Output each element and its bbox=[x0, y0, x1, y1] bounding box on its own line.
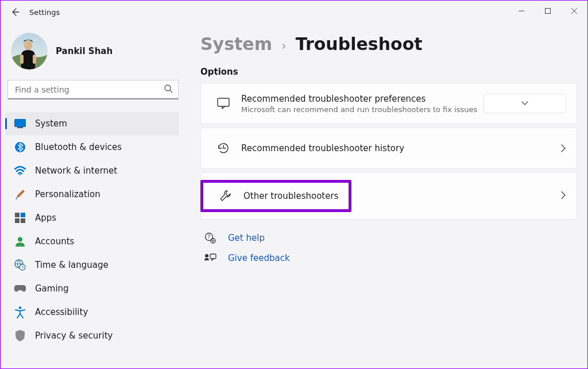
breadcrumb: System › Troubleshoot bbox=[200, 34, 577, 54]
svg-text:?: ? bbox=[208, 234, 211, 240]
card-subtitle: Microsoft can recommend and run troubles… bbox=[241, 105, 480, 114]
sidebar-item-personalization[interactable]: Personalization bbox=[5, 183, 179, 206]
svg-rect-13 bbox=[15, 213, 20, 217]
svg-rect-21 bbox=[218, 98, 229, 106]
card-troubleshooter-preferences[interactable]: Recommended troubleshooter preferences M… bbox=[200, 83, 577, 124]
window-controls bbox=[508, 1, 587, 21]
svg-point-7 bbox=[165, 85, 171, 91]
svg-rect-5 bbox=[20, 55, 24, 64]
back-arrow-icon bbox=[10, 7, 20, 17]
close-button[interactable] bbox=[561, 1, 587, 21]
svg-rect-1 bbox=[546, 9, 551, 14]
maximize-button[interactable] bbox=[535, 1, 561, 21]
svg-rect-26 bbox=[210, 254, 216, 259]
gamepad-icon bbox=[14, 283, 26, 294]
svg-rect-14 bbox=[21, 213, 25, 217]
minimize-icon bbox=[518, 7, 525, 14]
feedback-icon bbox=[204, 253, 216, 263]
help-icon: ? bbox=[204, 232, 216, 244]
sidebar-item-gaming[interactable]: Gaming bbox=[5, 277, 179, 300]
preferences-dropdown[interactable] bbox=[483, 94, 566, 113]
svg-point-25 bbox=[205, 254, 208, 257]
card-troubleshooter-history[interactable]: Recommended troubleshooter history bbox=[200, 128, 577, 169]
back-button[interactable] bbox=[6, 3, 24, 21]
avatar bbox=[11, 33, 48, 70]
give-feedback-link[interactable]: Give feedback bbox=[228, 253, 290, 263]
svg-rect-9 bbox=[15, 120, 26, 127]
svg-point-20 bbox=[19, 306, 21, 309]
sidebar-item-network[interactable]: Network & internet bbox=[5, 159, 179, 182]
sidebar-item-label: System bbox=[35, 118, 67, 129]
search-box[interactable] bbox=[7, 80, 179, 99]
sidebar-item-label: Bluetooth & devices bbox=[35, 142, 122, 152]
help-links: ? Get help Give feedback bbox=[200, 232, 577, 263]
nav-list: System Bluetooth & devices Network & int… bbox=[5, 112, 183, 347]
svg-line-8 bbox=[170, 90, 172, 93]
apps-icon bbox=[14, 212, 26, 224]
breadcrumb-parent[interactable]: System bbox=[200, 34, 272, 54]
get-help-link[interactable]: Get help bbox=[228, 233, 265, 243]
chevron-right-icon bbox=[560, 144, 566, 152]
get-help-row[interactable]: ? Get help bbox=[200, 232, 577, 244]
close-icon bbox=[571, 7, 578, 14]
search-icon bbox=[164, 84, 173, 95]
sidebar-item-label: Apps bbox=[35, 213, 56, 223]
chevron-right-icon: › bbox=[281, 39, 287, 53]
accessibility-icon bbox=[14, 306, 26, 318]
sidebar-item-apps[interactable]: Apps bbox=[5, 206, 179, 229]
chevron-right-icon bbox=[560, 191, 566, 199]
system-icon bbox=[14, 118, 26, 129]
title-bar: Settings bbox=[1, 1, 587, 24]
page-title: Troubleshoot bbox=[296, 34, 423, 54]
svg-rect-16 bbox=[21, 218, 25, 223]
sidebar-item-label: Gaming bbox=[35, 283, 69, 294]
sidebar-item-accessibility[interactable]: Accessibility bbox=[5, 301, 179, 324]
svg-point-12 bbox=[20, 174, 21, 175]
globe-clock-icon bbox=[14, 259, 26, 271]
sidebar-item-label: Network & internet bbox=[35, 166, 117, 176]
sidebar-item-label: Accessibility bbox=[35, 307, 88, 317]
shield-icon bbox=[14, 330, 26, 341]
sidebar: Pankil Shah System Bluetooth & devices bbox=[1, 24, 183, 368]
sidebar-item-label: Accounts bbox=[35, 236, 74, 247]
svg-point-4 bbox=[24, 41, 32, 50]
card-title: Recommended troubleshooter history bbox=[241, 143, 480, 153]
wifi-icon bbox=[14, 165, 26, 176]
paintbrush-icon bbox=[14, 189, 26, 200]
svg-rect-15 bbox=[15, 218, 20, 223]
give-feedback-row[interactable]: Give feedback bbox=[200, 253, 577, 263]
card-title: Recommended troubleshooter preferences bbox=[241, 94, 480, 104]
sidebar-item-label: Personalization bbox=[35, 189, 100, 199]
sidebar-item-accounts[interactable]: Accounts bbox=[5, 230, 179, 253]
window-title: Settings bbox=[29, 8, 60, 17]
svg-rect-6 bbox=[33, 55, 36, 64]
search-input[interactable] bbox=[7, 80, 179, 99]
sidebar-item-system[interactable]: System bbox=[5, 112, 179, 135]
card-title: Other troubleshooters bbox=[243, 191, 338, 201]
minimize-button[interactable] bbox=[508, 1, 535, 21]
sidebar-item-bluetooth[interactable]: Bluetooth & devices bbox=[5, 136, 179, 159]
highlight-annotation: Other troubleshooters bbox=[200, 180, 351, 212]
profile-block[interactable]: Pankil Shah bbox=[11, 33, 183, 70]
sidebar-item-label: Privacy & security bbox=[35, 330, 113, 341]
sidebar-item-privacy[interactable]: Privacy & security bbox=[5, 324, 179, 347]
sidebar-item-label: Time & language bbox=[35, 260, 109, 270]
section-label: Options bbox=[200, 67, 577, 77]
svg-rect-10 bbox=[17, 127, 23, 128]
bluetooth-icon bbox=[14, 141, 26, 153]
svg-point-17 bbox=[18, 237, 22, 242]
chat-bubble-icon bbox=[211, 98, 235, 109]
person-icon bbox=[14, 236, 26, 247]
history-icon bbox=[211, 142, 235, 155]
sidebar-item-time-language[interactable]: Time & language bbox=[5, 253, 179, 276]
user-name: Pankil Shah bbox=[56, 46, 113, 56]
wrench-icon bbox=[214, 190, 238, 202]
main-content: System › Troubleshoot Options Recommende… bbox=[183, 24, 587, 368]
chevron-down-icon bbox=[521, 101, 528, 106]
maximize-icon bbox=[544, 7, 551, 14]
card-other-troubleshooters[interactable]: Other troubleshooters bbox=[200, 172, 577, 220]
